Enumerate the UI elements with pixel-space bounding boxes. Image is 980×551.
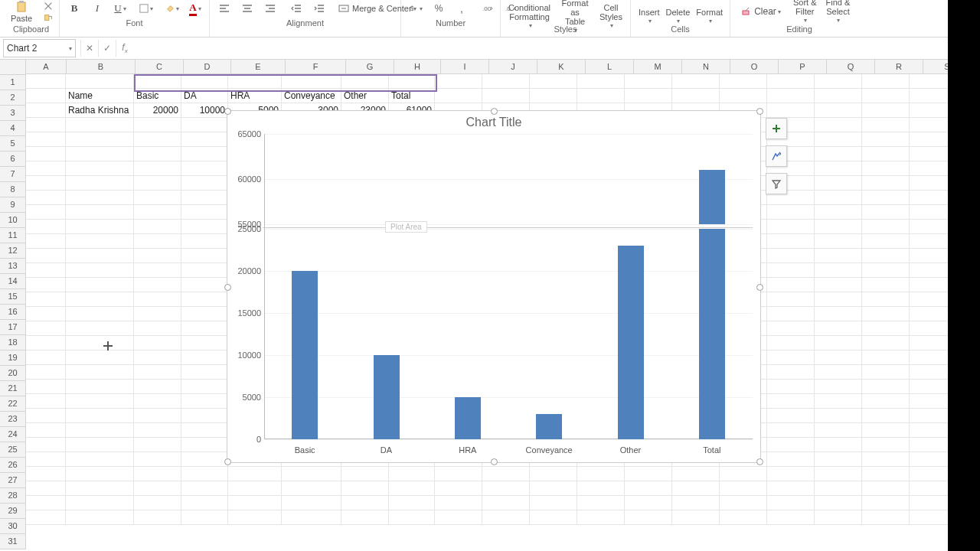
- row-header[interactable]: 12: [0, 243, 26, 259]
- cell[interactable]: Conveyance: [282, 89, 341, 103]
- cell[interactable]: [181, 438, 228, 452]
- cell[interactable]: [228, 74, 282, 89]
- cell[interactable]: [181, 278, 228, 292]
- bar[interactable]: [699, 229, 725, 439]
- cell[interactable]: [815, 423, 862, 438]
- enter-formula-button[interactable]: ✓: [98, 40, 116, 57]
- cell[interactable]: [134, 234, 181, 249]
- cell[interactable]: [134, 438, 181, 452]
- cell[interactable]: [181, 147, 228, 161]
- cell[interactable]: [862, 292, 910, 307]
- row-header[interactable]: 14: [0, 274, 26, 289]
- cell[interactable]: [134, 249, 181, 263]
- cell[interactable]: [66, 74, 134, 89]
- row-header[interactable]: 22: [0, 396, 26, 412]
- cell[interactable]: [862, 394, 910, 409]
- cell[interactable]: [720, 89, 767, 103]
- cell[interactable]: [181, 234, 228, 249]
- row-header[interactable]: 10: [0, 213, 26, 228]
- accounting-format-button[interactable]: $▾: [406, 0, 426, 17]
- cell[interactable]: [181, 380, 228, 394]
- cell[interactable]: [482, 496, 530, 510]
- column-header[interactable]: N: [682, 60, 730, 74]
- cell[interactable]: [815, 263, 862, 278]
- cell[interactable]: [181, 307, 228, 321]
- decrease-indent-button[interactable]: [286, 0, 306, 17]
- cell[interactable]: [862, 263, 910, 278]
- cell[interactable]: [815, 176, 862, 191]
- cell[interactable]: [26, 263, 66, 278]
- cell[interactable]: [26, 350, 66, 365]
- row-header[interactable]: 15: [0, 289, 26, 305]
- cell[interactable]: [341, 74, 389, 89]
- row-header[interactable]: 8: [0, 182, 26, 197]
- cell[interactable]: [181, 205, 228, 220]
- cell[interactable]: [26, 89, 66, 103]
- cell[interactable]: [26, 321, 66, 336]
- cell[interactable]: [815, 321, 862, 336]
- row-header[interactable]: 6: [0, 152, 26, 167]
- cell[interactable]: [815, 292, 862, 307]
- align-right-button[interactable]: [260, 0, 280, 17]
- cell[interactable]: [862, 350, 910, 365]
- cell[interactable]: [862, 365, 910, 380]
- cell[interactable]: [134, 452, 181, 467]
- cell[interactable]: [66, 336, 134, 350]
- bar[interactable]: [455, 397, 481, 439]
- cell[interactable]: [862, 336, 910, 350]
- cell[interactable]: [815, 234, 862, 249]
- cell[interactable]: [862, 496, 910, 510]
- embedded-chart[interactable]: Chart Title 5500060000650000500010000150…: [227, 110, 761, 463]
- cell[interactable]: [815, 220, 862, 234]
- row-header[interactable]: 31: [0, 534, 26, 549]
- cell[interactable]: [66, 467, 134, 481]
- cell[interactable]: [134, 161, 181, 176]
- cell[interactable]: [389, 467, 435, 481]
- cell[interactable]: [815, 249, 862, 263]
- cell[interactable]: [625, 74, 672, 89]
- cell[interactable]: [815, 278, 862, 292]
- cell[interactable]: [134, 132, 181, 147]
- cell[interactable]: [815, 191, 862, 205]
- row-header[interactable]: 20: [0, 366, 26, 381]
- cell[interactable]: [181, 191, 228, 205]
- cell[interactable]: [26, 365, 66, 380]
- cell[interactable]: [862, 132, 910, 147]
- row-header[interactable]: 24: [0, 427, 26, 442]
- column-header[interactable]: A: [26, 60, 67, 74]
- cell[interactable]: [26, 278, 66, 292]
- cell[interactable]: [66, 510, 134, 525]
- cell[interactable]: [181, 249, 228, 263]
- cell[interactable]: [862, 438, 910, 452]
- cell[interactable]: [26, 307, 66, 321]
- cell[interactable]: [767, 89, 815, 103]
- cell[interactable]: [815, 147, 862, 161]
- cell[interactable]: [181, 176, 228, 191]
- column-header[interactable]: O: [730, 60, 779, 74]
- cell[interactable]: [134, 74, 181, 89]
- cell[interactable]: [862, 176, 910, 191]
- cell[interactable]: [530, 74, 577, 89]
- row-header[interactable]: 16: [0, 305, 26, 320]
- row-header[interactable]: 2: [0, 90, 26, 106]
- cell[interactable]: [815, 132, 862, 147]
- cell[interactable]: [66, 132, 134, 147]
- cell[interactable]: [577, 74, 625, 89]
- comma-button[interactable]: ,: [452, 0, 472, 17]
- cell[interactable]: [134, 263, 181, 278]
- cell[interactable]: [228, 496, 282, 510]
- cell[interactable]: [228, 510, 282, 525]
- cell[interactable]: [181, 74, 228, 89]
- cell[interactable]: [134, 220, 181, 234]
- chart-title[interactable]: Chart Title: [227, 116, 760, 129]
- cell[interactable]: [26, 336, 66, 350]
- increase-decimal-button[interactable]: .00: [478, 0, 498, 17]
- cell[interactable]: [577, 467, 625, 481]
- cell[interactable]: [181, 496, 228, 510]
- row-header[interactable]: 29: [0, 504, 26, 519]
- cell[interactable]: [66, 249, 134, 263]
- cell[interactable]: [134, 292, 181, 307]
- cell[interactable]: [181, 292, 228, 307]
- cell[interactable]: [767, 467, 815, 481]
- cell[interactable]: [625, 467, 672, 481]
